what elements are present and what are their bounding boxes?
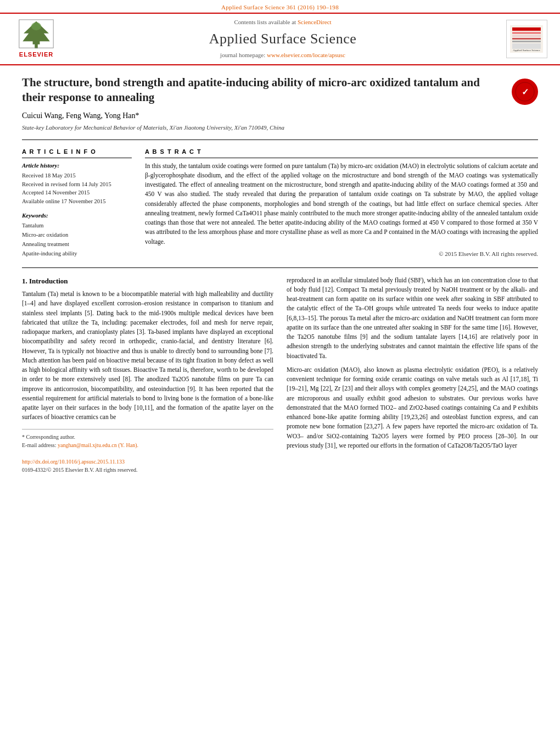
abstract-col: A B S T R A C T In this study, the tanta… [145, 148, 538, 258]
svg-rect-10 [512, 43, 541, 49]
svg-rect-5 [512, 27, 541, 31]
svg-rect-9 [512, 41, 541, 42]
svg-text:Applied Surface Science: Applied Surface Science [513, 49, 540, 52]
available-online-date: Available online 17 November 2015 [22, 197, 132, 206]
article-title: The structure, bond strength and apatite… [22, 75, 503, 105]
authors: Cuicui Wang, Feng Wang, Yong Han* [22, 110, 538, 121]
svg-rect-8 [512, 38, 541, 40]
applied-surface-science-logo: Applied Surface Science [506, 20, 547, 58]
svg-rect-7 [512, 35, 541, 37]
divider-2 [22, 267, 538, 268]
homepage-line: journal homepage: www.elsevier.com/locat… [70, 51, 495, 59]
received-date: Received 18 May 2015 [22, 171, 132, 180]
doi-line: http://dx.doi.org/10.1016/j.apsusc.2015.… [22, 458, 273, 466]
article-meta-section: A R T I C L E I N F O Article history: R… [22, 148, 538, 258]
received-revised-date: Received in revised form 14 July 2015 [22, 180, 132, 189]
crossmark-icon: ✓ [515, 82, 535, 102]
svg-rect-6 [512, 32, 541, 34]
elsevier-tree-icon [18, 19, 55, 49]
keyword-3: Annealing treatment [22, 240, 132, 249]
journal-citation: Applied Surface Science 361 (2016) 190–1… [221, 4, 339, 10]
keyword-4: Apatite-inducing ability [22, 249, 132, 259]
body-section: 1. Introduction Tantalum (Ta) metal is k… [22, 276, 538, 474]
svg-text:✓: ✓ [522, 87, 529, 97]
crossmark-badge[interactable]: ✓ [512, 79, 538, 105]
accepted-date: Accepted 14 November 2015 [22, 188, 132, 197]
svg-point-2 [31, 22, 41, 30]
body-col-left: 1. Introduction Tantalum (Ta) metal is k… [22, 276, 273, 474]
section1-paragraph2: reproduced in an acellular simulated bod… [287, 276, 538, 361]
section1-heading: 1. Introduction [22, 276, 273, 287]
journal-header: ELSEVIER Contents lists available at Sci… [0, 13, 560, 65]
homepage-url[interactable]: www.elsevier.com/locate/apsusc [267, 52, 345, 58]
sciencedirect-link[interactable]: ScienceDirect [298, 19, 332, 25]
keyword-1: Tantalum [22, 221, 132, 231]
main-content: The structure, bond strength and apatite… [0, 65, 560, 484]
journal-logo-right: Applied Surface Science [502, 20, 551, 58]
section1-paragraph3: Micro-arc oxidation (MAO), also known as… [287, 365, 538, 450]
article-info-col: A R T I C L E I N F O Article history: R… [22, 148, 132, 258]
body-col-right: reproduced in an acellular simulated bod… [287, 276, 538, 474]
keywords-label: Keywords: [22, 211, 132, 220]
journal-citation-bar: Applied Surface Science 361 (2016) 190–1… [0, 0, 560, 13]
article-title-text: The structure, bond strength and apatite… [22, 75, 503, 105]
footnote-email: E-mail address: yanghan@mail.xjtu.edu.cn… [22, 441, 273, 449]
journal-logo-graphic: Applied Surface Science [510, 25, 543, 53]
article-title-section: The structure, bond strength and apatite… [22, 75, 538, 105]
elsevier-label: ELSEVIER [19, 51, 53, 59]
issn-line: 0169-4332/© 2015 Elsevier B.V. All right… [22, 466, 273, 474]
copyright-line: © 2015 Elsevier B.V. All rights reserved… [145, 250, 538, 258]
abstract-text: In this study, the tantalum oxide coatin… [145, 161, 538, 247]
doi-link[interactable]: http://dx.doi.org/10.1016/j.apsusc.2015.… [22, 459, 125, 465]
footnotes: * Corresponding author. E-mail address: … [22, 429, 273, 474]
article-history-label: Article history: [22, 161, 132, 170]
affiliation: State-key Laboratory for Mechanical Beha… [22, 124, 538, 132]
article-info-heading: A R T I C L E I N F O [22, 148, 132, 158]
contents-line: Contents lists available at ScienceDirec… [70, 18, 495, 26]
elsevier-logo: ELSEVIER [9, 19, 64, 59]
divider-1 [22, 140, 538, 140]
journal-title: Applied Surface Science [70, 29, 495, 49]
section1-paragraph1: Tantalum (Ta) metal is known to be a bio… [22, 289, 273, 422]
journal-center: Contents lists available at ScienceDirec… [70, 18, 495, 59]
keyword-2: Micro-arc oxidation [22, 231, 132, 240]
footnote-email-link[interactable]: yanghan@mail.xjtu.edu.cn (Y. Han). [58, 442, 138, 448]
abstract-heading: A B S T R A C T [145, 148, 538, 158]
footnote-corresponding: * Corresponding author. [22, 433, 273, 441]
